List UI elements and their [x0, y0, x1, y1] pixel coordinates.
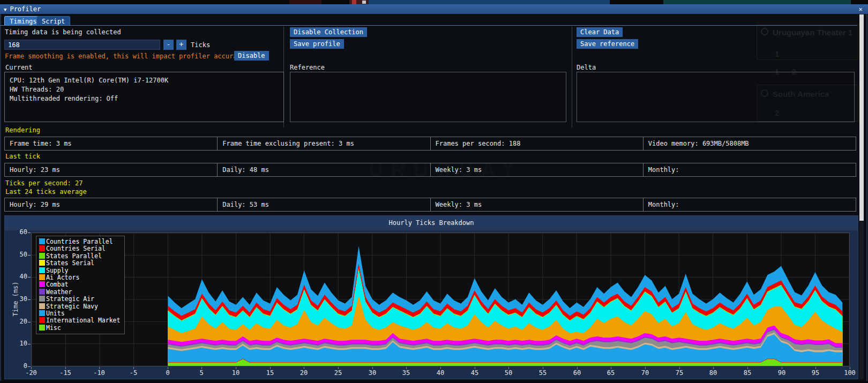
legend-label: International Market: [46, 317, 120, 324]
disable-collection-button[interactable]: Disable Collection: [290, 27, 367, 37]
ticks-decrement-button[interactable]: -: [163, 40, 174, 50]
save-reference-button[interactable]: Save reference: [577, 39, 638, 49]
legend-item: Strategic Navy: [39, 303, 120, 310]
legend-item: States Parallel: [39, 253, 120, 260]
x-tick-mark: [201, 367, 202, 369]
game-topbar-sliver: [0, 0, 868, 4]
ticks-increment-button[interactable]: +: [176, 40, 186, 50]
x-tick-label: 40: [430, 369, 451, 377]
x-tick-mark: [406, 367, 407, 369]
daily-cell: Daily: 48 ms: [217, 163, 430, 176]
x-tick-mark: [236, 367, 236, 369]
x-tick-label: 100: [839, 369, 860, 377]
collection-status: Timing data is being collected: [5, 28, 121, 36]
legend-label: Strategic Air: [46, 295, 94, 303]
weekly-avg-cell: Weekly: 3 ms: [430, 198, 643, 211]
x-tick-mark: [508, 367, 509, 369]
x-tick-mark: [850, 367, 850, 369]
x-tick-mark: [815, 367, 816, 369]
daily-avg-cell: Daily: 53 ms: [217, 198, 430, 211]
window-title: Profiler: [10, 5, 41, 13]
x-tick-mark: [611, 367, 611, 369]
current-section-label: Current: [5, 64, 33, 71]
x-tick-mark: [679, 367, 680, 369]
legend-label: Weather: [46, 288, 72, 296]
legend-swatch: [39, 267, 45, 273]
y-tick-label: 30: [7, 295, 27, 303]
last-tick-stats-row: Hourly: 23 ms Daily: 48 ms Weekly: 3 ms …: [4, 163, 856, 177]
scrollbar-thumb[interactable]: [859, 14, 864, 221]
window-right-edge: [866, 4, 867, 381]
last-24-stats-row: Hourly: 29 ms Daily: 53 ms Weekly: 3 ms …: [4, 198, 856, 212]
chart-title: Hourly Ticks Breakdown: [5, 216, 858, 230]
delta-section-label: Delta: [577, 64, 596, 71]
fps-cell: Frames per second: 188: [430, 137, 643, 150]
x-tick-label: 85: [737, 369, 758, 377]
legend-item: Units: [39, 310, 120, 317]
disable-smoothing-button[interactable]: Disable: [234, 51, 269, 61]
x-tick-mark: [782, 367, 782, 369]
topbar-fragment: [369, 0, 610, 4]
legend-swatch: [39, 274, 45, 280]
x-tick-mark: [543, 367, 543, 369]
tab-underline: [0, 25, 857, 26]
legend-swatch: [39, 296, 45, 302]
x-tick-label: 30: [362, 369, 383, 377]
legend-label: Supply: [46, 267, 69, 274]
window-titlebar[interactable]: ▼Profiler ✕: [0, 4, 868, 14]
x-tick-label: 20: [293, 369, 315, 377]
ticks-label: Ticks: [191, 41, 210, 49]
legend-label: Units: [46, 310, 65, 317]
x-tick-mark: [270, 367, 271, 369]
x-tick-mark: [372, 367, 373, 369]
hw-threads-info: HW Threads: 20: [10, 86, 64, 93]
y-tick-mark: [28, 277, 31, 277]
topbar-fragment: [352, 0, 356, 4]
y-tick-label: 10: [7, 340, 27, 347]
chart-plot-area: Countries ParallelCountries SerialStates…: [31, 232, 850, 366]
x-tick-mark: [475, 367, 475, 369]
y-tick-mark: [28, 232, 31, 233]
x-tick-label: 55: [532, 369, 553, 377]
clear-data-button[interactable]: Clear Data: [577, 27, 623, 37]
legend-item: Supply: [39, 267, 120, 274]
save-profile-button[interactable]: Save profile: [290, 39, 344, 49]
x-tick-label: 60: [566, 369, 588, 377]
last-24-ticks-label: Last 24 ticks average: [5, 188, 87, 196]
video-memory-cell: Video memory: 693MB/5808MB: [643, 137, 856, 150]
x-tick-label: 80: [702, 369, 724, 377]
hourly-avg-cell: Hourly: 29 ms: [5, 198, 217, 211]
x-tick-label: 75: [669, 369, 690, 377]
x-tick-mark: [577, 367, 578, 369]
delta-info-box: [577, 72, 855, 122]
legend-swatch: [39, 281, 45, 287]
topbar-fragment: [362, 1, 366, 4]
legend-label: Countries Serial: [46, 245, 106, 252]
x-tick-label: 15: [259, 369, 281, 377]
x-tick-mark: [645, 367, 646, 369]
legend-item: International Market: [39, 317, 120, 324]
x-tick-mark: [65, 367, 66, 369]
frame-time-cell: Frame time: 3 ms: [5, 137, 217, 150]
frame-time-excl-present-cell: Frame time exclusing present: 3 ms: [217, 137, 430, 150]
legend-item: Countries Parallel: [39, 238, 120, 245]
x-tick-mark: [168, 367, 168, 369]
rendering-section-label: Rendering: [5, 126, 40, 134]
collapse-icon[interactable]: ▼: [4, 7, 6, 12]
close-icon[interactable]: ✕: [856, 4, 865, 14]
x-tick-label: 90: [771, 369, 792, 377]
rendering-stats-row: Frame time: 3 ms Frame time exclusing pr…: [4, 137, 856, 151]
legend-swatch: [39, 238, 45, 244]
x-tick-label: 0: [157, 369, 178, 377]
ticks-input[interactable]: [4, 40, 160, 50]
x-tick-label: -10: [88, 369, 110, 377]
x-tick-label: 5: [191, 369, 212, 377]
legend-item: Countries Serial: [39, 245, 120, 252]
legend-label: Strategic Navy: [46, 303, 98, 310]
legend-swatch: [39, 317, 45, 323]
x-tick-mark: [133, 367, 134, 369]
tab-script[interactable]: Script: [36, 16, 70, 26]
legend-swatch: [39, 325, 45, 331]
cpu-info: CPU: 12th Gen Intel(R) Core(TM) i7-12700…: [10, 77, 168, 84]
ticks-per-second-label: Ticks per second: 27: [5, 179, 83, 187]
